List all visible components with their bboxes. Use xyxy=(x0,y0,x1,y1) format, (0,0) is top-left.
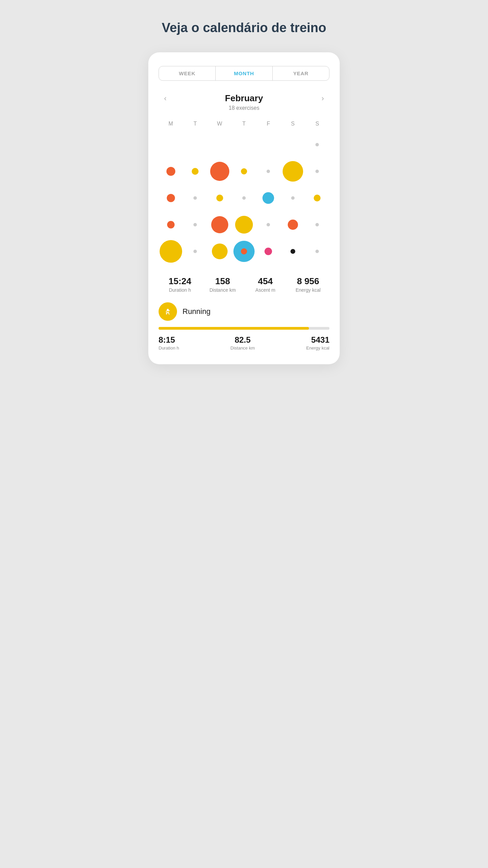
stat-label: Ascent m xyxy=(244,287,287,293)
stat-item: 8 956Energy kcal xyxy=(287,276,329,293)
activity-dot[interactable] xyxy=(267,170,270,173)
tab-month[interactable]: MONTH xyxy=(216,66,272,80)
activity-stat-label: Distance km xyxy=(230,345,255,351)
day-cell xyxy=(183,132,207,157)
activity-dot[interactable] xyxy=(167,221,175,228)
activity-dot[interactable] xyxy=(192,168,199,175)
stat-value: 15:24 xyxy=(159,276,201,287)
activity-dot[interactable] xyxy=(315,250,319,253)
activity-dot[interactable] xyxy=(314,195,321,201)
activity-dot[interactable] xyxy=(193,223,197,226)
activity-dot[interactable] xyxy=(315,170,319,173)
stat-item: 454Ascent m xyxy=(244,276,287,293)
day-cell xyxy=(256,159,281,184)
activity-dot[interactable] xyxy=(267,223,270,226)
day-cell xyxy=(305,159,329,184)
activity-dot[interactable] xyxy=(265,248,272,255)
stat-item: 158Distance km xyxy=(201,276,244,293)
svg-point-0 xyxy=(163,307,173,316)
activity-dot[interactable] xyxy=(315,143,319,146)
day-cell xyxy=(232,132,256,157)
tab-week[interactable]: WEEK xyxy=(159,66,216,80)
inner-dot xyxy=(241,248,247,254)
page-wrapper: Veja o calendário de treino WEEKMONTHYEA… xyxy=(148,21,340,364)
day-cell xyxy=(281,239,305,264)
day-header: S xyxy=(281,121,305,130)
activity-dot[interactable] xyxy=(167,194,175,202)
activity-dot[interactable] xyxy=(291,196,295,200)
main-card: WEEKMONTHYEAR ‹ February › 18 exercises … xyxy=(148,52,340,364)
day-cell xyxy=(256,132,281,157)
day-cell xyxy=(207,186,232,210)
month-title: February xyxy=(225,93,263,104)
day-cell xyxy=(183,186,207,210)
day-cell xyxy=(232,239,256,264)
activity-icon xyxy=(159,302,177,321)
day-cell xyxy=(159,239,183,264)
progress-bar-bg xyxy=(159,327,329,330)
activity-dot[interactable] xyxy=(288,220,298,230)
running-icon xyxy=(163,306,173,317)
progress-bar-fill xyxy=(159,327,309,330)
day-cell xyxy=(281,159,305,184)
day-cell xyxy=(183,239,207,264)
day-cell xyxy=(159,159,183,184)
activity-dot[interactable] xyxy=(193,250,197,253)
activity-stat-value: 8:15 xyxy=(159,335,179,345)
activity-dot[interactable] xyxy=(210,162,229,181)
stats-row: 15:24Duration h158Distance km454Ascent m… xyxy=(159,276,329,293)
day-cell xyxy=(232,212,256,237)
next-month-button[interactable]: › xyxy=(316,91,329,106)
activity-header: Running xyxy=(159,302,329,321)
day-cell xyxy=(256,212,281,237)
stat-label: Distance km xyxy=(201,287,244,293)
activity-dot[interactable] xyxy=(242,196,246,200)
stat-value: 158 xyxy=(201,276,244,287)
day-cell xyxy=(207,212,232,237)
exercise-count: 18 exercises xyxy=(159,105,329,111)
tab-year[interactable]: YEAR xyxy=(273,66,329,80)
activity-stat-item: 82.5Distance km xyxy=(230,335,255,351)
activity-dot[interactable] xyxy=(283,161,303,182)
day-cell xyxy=(256,186,281,210)
day-cell xyxy=(305,212,329,237)
activity-dot[interactable] xyxy=(235,216,253,234)
activity-dot[interactable] xyxy=(216,195,223,201)
activity-dot[interactable] xyxy=(193,196,197,200)
month-nav: ‹ February › xyxy=(159,93,329,104)
stat-item: 15:24Duration h xyxy=(159,276,201,293)
activity-dot[interactable] xyxy=(211,216,228,233)
activity-dot[interactable] xyxy=(160,240,182,263)
day-header: M xyxy=(159,121,183,130)
activity-dot[interactable] xyxy=(290,249,295,254)
day-cell xyxy=(159,132,183,157)
activity-dot[interactable] xyxy=(262,192,274,204)
day-cell xyxy=(256,239,281,264)
day-cell xyxy=(281,132,305,157)
day-cell xyxy=(183,212,207,237)
calendar-grid: MTWTFSS xyxy=(159,121,329,264)
day-cell xyxy=(305,239,329,264)
day-header: T xyxy=(183,121,207,130)
day-cell xyxy=(207,159,232,184)
day-cell xyxy=(159,186,183,210)
activity-dot[interactable] xyxy=(241,168,247,174)
activity-dot[interactable] xyxy=(233,241,255,262)
day-cell xyxy=(232,186,256,210)
activity-stat-label: Duration h xyxy=(159,345,179,351)
prev-month-button[interactable]: ‹ xyxy=(159,91,172,106)
day-cell xyxy=(232,159,256,184)
activity-dot[interactable] xyxy=(166,167,175,176)
day-header: F xyxy=(256,121,281,130)
tab-bar: WEEKMONTHYEAR xyxy=(159,66,329,81)
stat-label: Duration h xyxy=(159,287,201,293)
activity-dot[interactable] xyxy=(212,244,228,259)
day-cell xyxy=(207,132,232,157)
activity-stat-item: 5431Energy kcal xyxy=(306,335,329,351)
activity-dot[interactable] xyxy=(315,223,319,226)
day-header: T xyxy=(232,121,256,130)
activity-name: Running xyxy=(182,307,211,316)
stat-value: 454 xyxy=(244,276,287,287)
stat-label: Energy kcal xyxy=(287,287,329,293)
activity-stat-value: 5431 xyxy=(306,335,329,345)
